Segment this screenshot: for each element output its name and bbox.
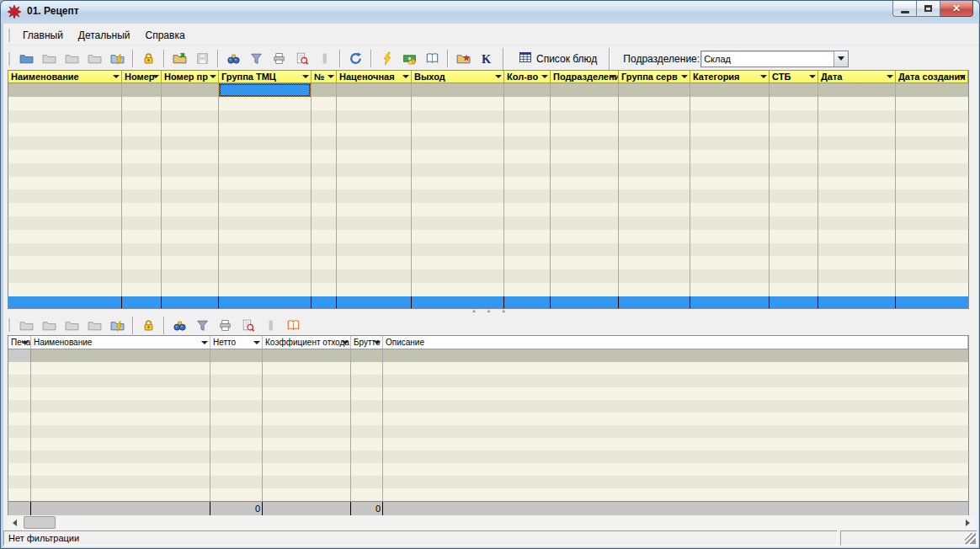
- recipe-row[interactable]: [8, 110, 968, 124]
- column-header-3[interactable]: Нетто: [210, 336, 263, 349]
- filter-arrow-icon[interactable]: [681, 75, 688, 78]
- ingredient-row[interactable]: [8, 425, 968, 438]
- ingredient-row[interactable]: [8, 476, 968, 488]
- recipe-row[interactable]: [8, 243, 968, 257]
- recalculate-folder-icon[interactable]: [108, 49, 127, 68]
- recipe-row[interactable]: [8, 97, 968, 110]
- column-header-6[interactable]: Описание: [383, 336, 968, 349]
- recipe-row[interactable]: [8, 136, 968, 150]
- recipe-row[interactable]: [8, 283, 968, 296]
- filter-arrow-icon[interactable]: [201, 341, 208, 344]
- filter-arrow-icon[interactable]: [610, 75, 616, 78]
- recipe-row[interactable]: [8, 163, 968, 177]
- ingredient-row[interactable]: [8, 375, 968, 387]
- column-header-7[interactable]: Выход: [412, 71, 504, 83]
- filter-arrow-icon[interactable]: [210, 75, 216, 78]
- column-header-14[interactable]: Дата создания: [896, 71, 968, 83]
- ingredient-row[interactable]: [8, 349, 968, 362]
- lock-icon[interactable]: [139, 49, 158, 68]
- filter-arrow-icon[interactable]: [374, 341, 381, 344]
- book-icon[interactable]: [284, 316, 303, 335]
- selected-cell[interactable]: [219, 83, 311, 97]
- recipe-row[interactable]: [8, 256, 968, 269]
- ingredient-row[interactable]: [8, 450, 968, 463]
- filter-funnel-icon[interactable]: [193, 316, 212, 335]
- recipe-row[interactable]: [8, 189, 968, 203]
- recalculate-ingredient-icon[interactable]: [108, 316, 127, 335]
- new-folder-icon[interactable]: [17, 49, 36, 68]
- title-bar[interactable]: 01. Рецепт ✕: [1, 1, 979, 24]
- column-header-2[interactable]: Номер: [122, 71, 162, 83]
- column-header-11[interactable]: Категория: [690, 71, 770, 83]
- resize-grip-icon[interactable]: [965, 533, 976, 544]
- print-icon[interactable]: [269, 49, 289, 68]
- column-header-5[interactable]: Брутто: [351, 336, 383, 349]
- scroll-right-button[interactable]: [961, 515, 975, 530]
- book-icon[interactable]: [423, 49, 442, 68]
- minimize-button[interactable]: [892, 1, 917, 17]
- favorites-folder-icon[interactable]: [454, 49, 473, 68]
- filter-arrow-icon[interactable]: [760, 75, 767, 78]
- filter-arrow-icon[interactable]: [887, 75, 893, 78]
- column-header-4[interactable]: Группа ТМЦ: [219, 71, 312, 83]
- column-header-4[interactable]: Коэффициент отхода: [263, 336, 351, 349]
- filter-arrow-icon[interactable]: [253, 341, 260, 344]
- filter-arrow-icon[interactable]: [113, 75, 120, 78]
- menu-item-detail[interactable]: Детальный: [71, 27, 138, 44]
- search-binoculars-icon[interactable]: [170, 316, 189, 335]
- department-combobox[interactable]: Склад: [700, 51, 849, 67]
- column-header-12[interactable]: СТБ: [770, 71, 818, 83]
- recipe-row[interactable]: [8, 150, 968, 163]
- recipe-row[interactable]: [8, 177, 968, 190]
- search-binoculars-icon[interactable]: [224, 49, 243, 68]
- ingredient-row[interactable]: [8, 438, 968, 450]
- column-header-3[interactable]: Номер пр: [162, 71, 219, 83]
- table-body[interactable]: [8, 349, 968, 501]
- column-header-1[interactable]: Печать: [8, 336, 31, 349]
- column-header-6[interactable]: Наценочная: [337, 71, 412, 83]
- menu-item-help[interactable]: Справка: [138, 27, 193, 44]
- recipe-row[interactable]: [8, 269, 968, 283]
- splitter-handle[interactable]: ▲ ▲ ▲: [3, 307, 978, 314]
- recipe-row[interactable]: [8, 216, 968, 230]
- scroll-left-button[interactable]: [8, 515, 22, 530]
- filter-arrow-icon[interactable]: [328, 75, 334, 78]
- dish-list-button[interactable]: Список блюд: [512, 49, 604, 69]
- filter-arrow-icon[interactable]: [302, 75, 309, 78]
- recipe-row[interactable]: [8, 123, 968, 136]
- ingredient-row[interactable]: [8, 413, 968, 425]
- filter-arrow-icon[interactable]: [959, 75, 966, 78]
- filter-arrow-icon[interactable]: [152, 75, 159, 78]
- filter-arrow-icon[interactable]: [495, 75, 502, 78]
- ingredient-row[interactable]: [8, 488, 968, 501]
- column-header-1[interactable]: Наименование: [8, 71, 122, 83]
- maximize-button[interactable]: [917, 1, 940, 17]
- print-preview-icon[interactable]: [238, 316, 258, 335]
- print-icon[interactable]: [216, 316, 235, 335]
- filter-arrow-icon[interactable]: [342, 341, 349, 344]
- ingredient-row[interactable]: [8, 387, 968, 400]
- column-header-5[interactable]: №: [312, 71, 337, 83]
- close-button[interactable]: ✕: [940, 1, 973, 17]
- money-icon[interactable]: [400, 49, 419, 68]
- print-preview-icon[interactable]: [292, 49, 312, 68]
- recipe-row[interactable]: [8, 83, 968, 97]
- refresh-icon[interactable]: [346, 49, 365, 68]
- recipe-row[interactable]: [8, 230, 968, 243]
- letter-k-icon[interactable]: K: [477, 49, 496, 68]
- print-flag-cell[interactable]: [8, 349, 31, 362]
- lightning-icon[interactable]: [377, 49, 397, 68]
- ingredient-row[interactable]: [8, 400, 968, 413]
- ingredient-row[interactable]: [8, 463, 968, 476]
- filter-arrow-icon[interactable]: [402, 75, 409, 78]
- menu-item-main[interactable]: Главный: [15, 27, 71, 44]
- column-header-9[interactable]: Подразделение: [551, 71, 619, 83]
- filter-arrow-icon[interactable]: [809, 75, 816, 78]
- horizontal-scrollbar[interactable]: [8, 515, 975, 530]
- column-header-8[interactable]: Кол-во: [504, 71, 551, 83]
- ingredient-row[interactable]: [8, 362, 968, 375]
- column-header-10[interactable]: Группа серв: [619, 71, 690, 83]
- scrollbar-thumb[interactable]: [24, 516, 56, 529]
- recipe-row[interactable]: [8, 203, 968, 216]
- combobox-dropdown-button[interactable]: [834, 51, 848, 67]
